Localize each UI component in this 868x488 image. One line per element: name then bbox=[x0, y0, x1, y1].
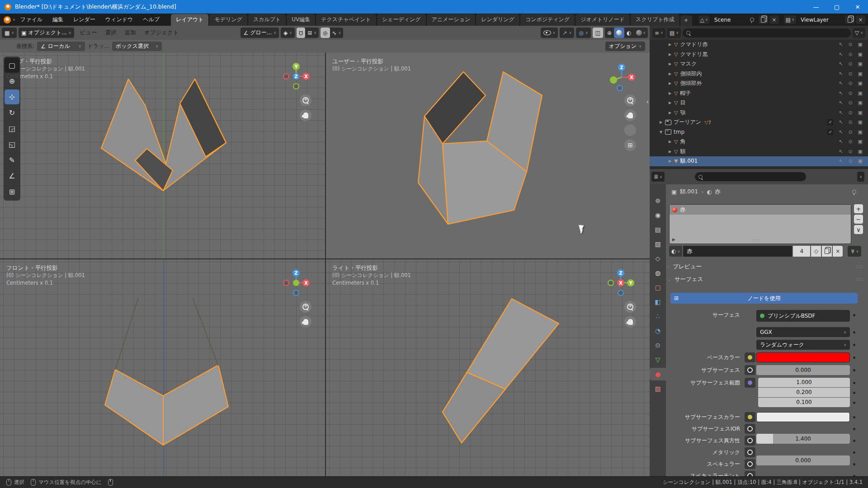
viewlayer-remove-button[interactable]: × bbox=[856, 15, 865, 24]
panel-preview[interactable]: › プレビュー ∷∷ bbox=[668, 261, 863, 272]
viewport-menu-1[interactable]: 選択 bbox=[101, 29, 121, 37]
pin-icon[interactable] bbox=[750, 18, 754, 22]
snap-toggle[interactable]: Ω bbox=[297, 28, 305, 38]
drag-grip-icon[interactable]: ∷∷ bbox=[856, 277, 863, 282]
shading-wireframe-button[interactable]: ⊕ bbox=[605, 28, 614, 38]
animate-dot[interactable] bbox=[853, 392, 855, 394]
animate-dot[interactable] bbox=[853, 314, 855, 316]
workspace-tab-6[interactable]: アニメーション bbox=[427, 14, 476, 26]
viewport-menu-2[interactable]: 追加 bbox=[121, 29, 140, 37]
nav-gizmo[interactable]: ZYX bbox=[606, 268, 637, 299]
properties-tab-output[interactable]: ▤ bbox=[650, 223, 666, 236]
slot-specials-button[interactable]: ∨ bbox=[854, 225, 863, 234]
proportional-toggle[interactable]: ◎ bbox=[321, 28, 330, 38]
expand-arrow-icon[interactable]: ▶ bbox=[668, 150, 672, 154]
tool-transform[interactable]: ◱ bbox=[5, 137, 19, 152]
workspace-tab-4[interactable]: テクスチャペイント bbox=[316, 14, 376, 26]
scene-browse-button[interactable]: △∨ bbox=[698, 15, 710, 24]
breadcrumb-material[interactable]: 赤 bbox=[715, 188, 721, 196]
value-field[interactable]: 0.100 bbox=[758, 398, 850, 407]
viewlayer-browse-button[interactable]: ▤∨ bbox=[784, 15, 796, 24]
properties-tab-view-layer[interactable]: ▧ bbox=[650, 238, 666, 250]
expand-arrow-icon[interactable]: ▶ bbox=[668, 91, 672, 95]
workspace-tab-9[interactable]: ジオメトリノード bbox=[576, 14, 630, 26]
hide-eye-icon[interactable]: ⊙ bbox=[848, 139, 852, 145]
render-camera-icon[interactable]: ▣ bbox=[858, 119, 863, 125]
tool-measure[interactable]: ∠ bbox=[5, 169, 19, 183]
workspace-tab-8[interactable]: コンポジティング bbox=[520, 14, 575, 26]
selectability-icon[interactable]: ↖ bbox=[839, 80, 843, 86]
material-slot-list[interactable]: 赤 ▶ ∷∷ bbox=[669, 204, 851, 244]
nav-hand-button[interactable] bbox=[300, 109, 311, 121]
shading-rendered-button[interactable]: ∨ bbox=[634, 28, 648, 38]
topbar-menu-4[interactable]: ヘルプ bbox=[138, 14, 165, 26]
expand-arrow-icon[interactable]: ▶ bbox=[668, 42, 672, 47]
nav-gizmo[interactable]: YXZ bbox=[282, 62, 312, 93]
animate-dot[interactable] bbox=[853, 331, 855, 333]
render-camera-icon[interactable]: ▣ bbox=[858, 158, 863, 164]
breadcrumb-object[interactable]: 額.001 bbox=[680, 188, 698, 196]
hide-eye-icon[interactable]: ⊙ bbox=[848, 90, 852, 96]
expand-arrow-icon[interactable]: ▶ bbox=[668, 72, 672, 76]
material-slot-row[interactable]: 赤 bbox=[670, 205, 851, 215]
outliner-item-10[interactable]: ▶▽角↖⊙▣ bbox=[650, 137, 868, 147]
workspace-tab-5[interactable]: シェーディング bbox=[377, 14, 426, 26]
toggle-xray-button[interactable]: ◫ bbox=[593, 28, 603, 38]
workspace-tab-10[interactable]: スクリプト作成 bbox=[631, 14, 679, 26]
hide-eye-icon[interactable]: ⊙ bbox=[848, 100, 852, 106]
outliner-item-6[interactable]: ▶▽目↖⊙▣ bbox=[650, 98, 868, 108]
window-close-button[interactable]: ✕ bbox=[847, 0, 868, 14]
drag-grip-icon[interactable]: ∷∷ bbox=[856, 264, 863, 270]
nav-gizmo[interactable]: ZX bbox=[606, 62, 637, 93]
socket-button[interactable] bbox=[745, 447, 755, 457]
tool-options-dropdown[interactable]: オプション∨ bbox=[605, 42, 645, 51]
shading-material-button[interactable]: ◐ bbox=[624, 28, 633, 38]
properties-tab-world[interactable]: ◍ bbox=[650, 267, 666, 279]
outliner-item-9[interactable]: ▼tmp✓↖⊙▣ bbox=[650, 127, 868, 137]
window-minimize-button[interactable]: — bbox=[806, 0, 826, 14]
outliner-item-8[interactable]: ▶ブーリアン▽7✓↖⊙▣ bbox=[650, 117, 868, 127]
tool-annotate[interactable]: ✎ bbox=[5, 153, 19, 168]
expand-arrow-icon[interactable]: ▶ bbox=[668, 52, 672, 56]
topbar-menu-2[interactable]: レンダー bbox=[68, 14, 100, 26]
selectability-icon[interactable]: ↖ bbox=[839, 129, 843, 135]
animate-dot[interactable] bbox=[853, 451, 855, 454]
viewlayer-copy-button[interactable] bbox=[845, 15, 854, 24]
animate-dot[interactable] bbox=[853, 344, 855, 346]
value-field[interactable]: 0.200 bbox=[758, 388, 850, 397]
animate-dot[interactable] bbox=[853, 416, 855, 418]
outliner-item-12[interactable]: ▶▼額.001↖⊙▣ bbox=[650, 156, 868, 166]
slot-add-button[interactable]: + bbox=[854, 204, 863, 213]
viewport-user[interactable]: ユーザー・平行投影(0) シーンコレクション | 額.001ZX⊞‹ bbox=[326, 53, 650, 258]
hide-eye-icon[interactable]: ⊙ bbox=[848, 80, 852, 86]
pivot-point-dropdown[interactable]: ◈∨ bbox=[281, 28, 295, 38]
selectability-icon[interactable]: ↖ bbox=[839, 42, 843, 47]
render-camera-icon[interactable]: ▣ bbox=[858, 110, 863, 116]
animate-dot[interactable] bbox=[853, 463, 855, 465]
viewport-right[interactable]: ライト・平行投影(0) シーンコレクション | 額.001Centimeters… bbox=[326, 259, 650, 476]
slot-remove-button[interactable]: − bbox=[854, 215, 863, 224]
socket-button[interactable] bbox=[745, 352, 755, 362]
expand-arrow-icon[interactable]: ▶ bbox=[659, 120, 663, 124]
dropdown-1[interactable]: GGX∨ bbox=[756, 327, 850, 337]
animate-dot[interactable] bbox=[853, 440, 855, 442]
hide-eye-icon[interactable]: ⊙ bbox=[848, 119, 852, 125]
nav-zoom-button[interactable] bbox=[624, 94, 636, 106]
properties-tab-constraints[interactable]: ⊙ bbox=[650, 339, 666, 352]
outliner-item-7[interactable]: ▶▽顎↖⊙▣ bbox=[650, 108, 868, 118]
scene-unlink-button[interactable]: × bbox=[769, 15, 779, 24]
slot-specials-arrow[interactable]: ▶ bbox=[672, 237, 675, 242]
outliner-item-3[interactable]: ▶▽側頭部内↖⊙▣ bbox=[650, 69, 868, 79]
selectability-icon[interactable]: ↖ bbox=[839, 139, 843, 145]
hide-eye-icon[interactable]: ⊙ bbox=[848, 149, 852, 155]
viewlayer-name-field[interactable]: ViewLayer bbox=[797, 15, 844, 24]
selectability-icon[interactable]: ↖ bbox=[839, 52, 843, 57]
selectability-icon[interactable]: ↖ bbox=[839, 158, 843, 164]
tool-scale[interactable]: ◲ bbox=[5, 121, 19, 136]
properties-search-input[interactable] bbox=[695, 172, 806, 181]
render-camera-icon[interactable]: ▣ bbox=[858, 71, 863, 77]
topbar-menu-1[interactable]: 編集 bbox=[47, 14, 68, 26]
selectability-icon[interactable]: ↖ bbox=[839, 71, 843, 77]
viewport-top[interactable]: トップ・平行投影(0) シーンコレクション | 額.001Centimeters… bbox=[0, 53, 325, 258]
workspace-tab-7[interactable]: レンダリング bbox=[476, 14, 519, 26]
